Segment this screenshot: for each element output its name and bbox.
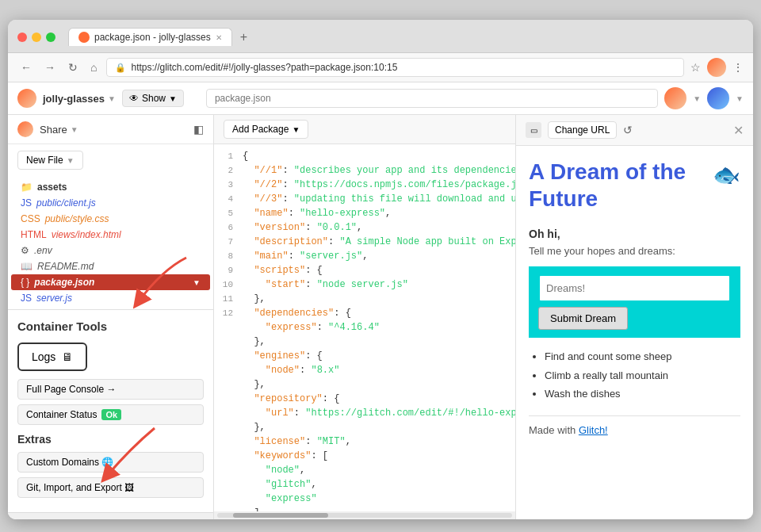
file-package-json[interactable]: { } package.json ▼ (11, 274, 210, 290)
refresh-preview-button[interactable]: ↺ (623, 124, 633, 136)
new-tab-button[interactable]: + (235, 29, 252, 46)
glitch-small-logo (17, 121, 33, 137)
app-bar: jolly-glasses ▼ 👁 Show ▼ ▼ ▼ (8, 82, 753, 115)
menu-icon[interactable]: ⋮ (732, 61, 744, 74)
title-line1: A Dream of the (529, 159, 686, 184)
tab-close-button[interactable]: ✕ (216, 33, 222, 42)
active-chevron: ▼ (193, 278, 201, 287)
extras-title: Extras (17, 433, 204, 446)
terminal-icon: 🖥 (62, 350, 73, 363)
code-line-19: "url": "https://glitch.com/edit/#!/hello… (214, 408, 515, 422)
add-package-dropdown-icon: ▼ (292, 125, 300, 134)
forward-button[interactable]: → (41, 59, 59, 75)
eye-icon: 👁 (129, 93, 139, 104)
add-package-button[interactable]: Add Package ▼ (224, 120, 308, 139)
title-line2: Future (529, 186, 598, 211)
code-line-1: 1 { (214, 151, 515, 165)
user-avatar (664, 87, 686, 109)
back-button[interactable]: ← (17, 59, 35, 75)
tools-toggle-label: Tools (38, 518, 62, 519)
second-dropdown-icon[interactable]: ▼ (736, 94, 744, 103)
code-line-12: 12 "dependencies": { (214, 308, 515, 322)
folder-assets[interactable]: 📁 assets (8, 179, 213, 195)
url-bar[interactable]: 🔒 https://glitch.com/edit/#!/jolly-glass… (106, 58, 684, 77)
show-button[interactable]: 👁 Show ▼ (122, 90, 184, 107)
logs-button[interactable]: Logs 🖥 (17, 343, 87, 371)
dreams-input[interactable] (538, 274, 731, 302)
code-line-11: 11 }, (214, 293, 515, 308)
code-line-5: 5 "name": "hello-express", (214, 208, 515, 222)
editor-header: Add Package ▼ (214, 115, 515, 144)
file-search-input[interactable] (206, 89, 658, 108)
code-line-2: 2 "//1": "describes your app and its dep… (214, 165, 515, 179)
new-file-button[interactable]: New File ▼ (17, 151, 83, 170)
project-name: jolly-glasses ▼ (43, 93, 116, 105)
tools-toggle-button[interactable]: Tools ▲ (38, 518, 75, 519)
horizontal-scrollbar[interactable] (214, 511, 515, 519)
share-dropdown-icon: ▼ (71, 125, 78, 134)
file-name: public/client.js (36, 197, 96, 209)
new-file-label: New File (26, 155, 63, 166)
change-url-button[interactable]: Change URL (548, 121, 617, 139)
file-index-html[interactable]: HTML views/index.html (8, 227, 213, 243)
folder-name: assets (37, 182, 67, 193)
tools-title: Container Tools (17, 320, 204, 333)
dream-item-3: Wash the dishes (545, 385, 740, 403)
preview-header: ▭ Change URL ↺ ✕ (516, 115, 753, 146)
share-button[interactable]: Share ▼ (40, 124, 78, 136)
code-line-18: "repository": { (214, 393, 515, 408)
container-status-button[interactable]: Container Status Ok (17, 404, 204, 425)
logs-label: Logs (32, 350, 55, 363)
scrollbar-thumb[interactable] (233, 513, 328, 518)
bottom-bar: ◀◀ Tools ▲ (8, 512, 213, 519)
new-file-dropdown-icon: ▼ (67, 156, 75, 165)
traffic-lights (17, 33, 55, 42)
file-style-css[interactable]: CSS public/style.css (8, 211, 213, 227)
tab-title: package.json - jolly-glasses (94, 32, 211, 43)
code-line-22: "keywords": [ (214, 450, 515, 465)
close-preview-button[interactable]: ✕ (733, 123, 744, 138)
maximize-window-button[interactable] (46, 33, 55, 42)
bookmark-icon[interactable]: ☆ (690, 61, 701, 74)
collapse-sidebar-button[interactable]: ◧ (193, 123, 204, 136)
git-import-button[interactable]: Git, Import, and Export 🖼 (17, 477, 204, 498)
custom-domains-button[interactable]: Custom Domains 🌐 (17, 452, 204, 473)
share-label: Share (40, 124, 67, 136)
preview-icon: ▭ (526, 122, 541, 138)
file-env[interactable]: ⚙ .env (8, 243, 213, 258)
code-line-15: "engines": { (214, 350, 515, 365)
collapse-panel-button[interactable]: ◀◀ (17, 519, 32, 520)
code-area[interactable]: 1 { 2 "//1": "describes your app and its… (214, 144, 515, 511)
file-name: README.md (37, 261, 94, 272)
full-page-console-button[interactable]: Full Page Console → (17, 379, 204, 400)
file-readme[interactable]: 📖 README.md (8, 258, 213, 274)
preview-greeting: Oh hi, (529, 228, 740, 240)
file-tree: 📁 assets JS public/client.js CSS public/… (8, 176, 213, 309)
code-line-9: 9 "scripts": { (214, 265, 515, 279)
main-layout: Share ▼ ◧ New File ▼ 📁 assets JS (8, 115, 753, 519)
project-dropdown-icon[interactable]: ▼ (108, 94, 116, 103)
submit-dream-button[interactable]: Submit Dream (538, 307, 628, 330)
nav-icons: ☆ ⋮ (690, 58, 744, 77)
minimize-window-button[interactable] (32, 33, 41, 42)
dream-list: Find and count some sheep Climb a really… (529, 347, 740, 403)
preview-content: A Dream of the Future 🐟 Oh hi, Tell me y… (516, 146, 753, 519)
reload-button[interactable]: ↻ (65, 59, 81, 75)
home-button[interactable]: ⌂ (87, 59, 100, 75)
file-server-js[interactable]: JS server.js (8, 290, 213, 306)
glitch-link[interactable]: Glitch! (579, 424, 608, 436)
code-line-6: 6 "version": "0.0.1", (214, 222, 515, 236)
container-status-label: Container Status (26, 409, 97, 420)
file-client-js[interactable]: JS public/client.js (8, 195, 213, 211)
fish-emoji: 🐟 (713, 162, 740, 188)
file-name: server.js (36, 293, 72, 304)
lock-icon: 🔒 (115, 63, 126, 73)
user-dropdown-icon[interactable]: ▼ (693, 94, 701, 103)
code-line-8: 8 "main": "server.js", (214, 251, 515, 265)
preview-highlight: Submit Dream (529, 266, 740, 338)
file-name: .env (34, 245, 52, 256)
close-window-button[interactable] (17, 33, 27, 42)
browser-tab[interactable]: package.json - jolly-glasses ✕ (68, 28, 232, 46)
second-avatar (707, 87, 729, 109)
server-icon: JS (21, 293, 32, 304)
